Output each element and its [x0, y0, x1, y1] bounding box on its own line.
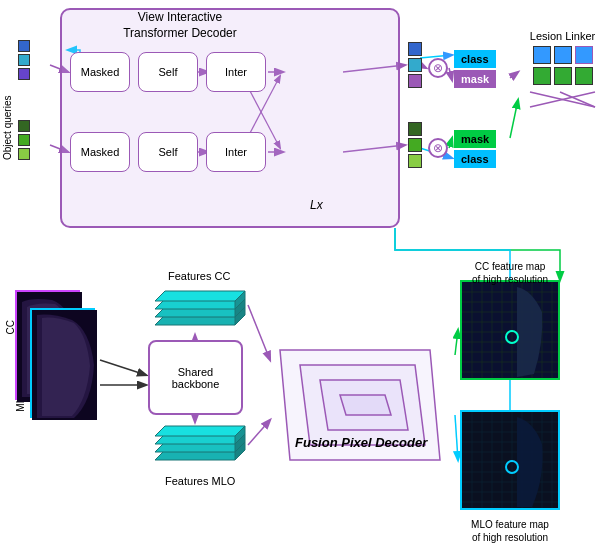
svg-marker-47 — [340, 395, 391, 415]
svg-rect-68 — [462, 412, 558, 508]
obj-queries-label: Object queries — [2, 60, 13, 160]
query-squares-bottom — [18, 120, 30, 160]
query-sq-5 — [18, 134, 30, 146]
query-squares-top — [18, 40, 30, 80]
fusion-decoder-label: Fusion Pixel Decoder — [295, 435, 427, 450]
lg-sq-1 — [533, 46, 551, 64]
lg-sq-5 — [554, 67, 572, 85]
cc-feature-map-title: CC feature mapof high resolution — [455, 260, 565, 286]
mask-label-top: mask — [454, 70, 496, 88]
fmap-mlo-svg — [462, 412, 558, 508]
lx-label: Lx — [310, 198, 323, 212]
out-sq-t1 — [408, 42, 422, 56]
svg-line-24 — [455, 415, 458, 460]
lg-sq-3 — [575, 46, 593, 64]
mammo-mlo-image — [30, 308, 95, 418]
stack-cc-svg — [145, 285, 255, 340]
svg-line-11 — [449, 138, 452, 148]
otimes-bottom: ⊗ — [428, 138, 448, 158]
svg-line-23 — [455, 330, 458, 355]
svg-line-13 — [510, 72, 518, 78]
query-sq-3 — [18, 68, 30, 80]
out-sq-t3 — [408, 74, 422, 88]
stack-mlo — [145, 420, 245, 470]
svg-line-9 — [449, 68, 452, 80]
svg-line-14 — [510, 100, 518, 138]
class-label-bottom: class — [454, 150, 496, 168]
masked-block-top: Masked — [70, 52, 130, 92]
output-col-bottom — [408, 122, 422, 168]
inter-block-top: Inter — [206, 52, 266, 92]
query-sq-1 — [18, 40, 30, 52]
out-sq-b3 — [408, 154, 422, 168]
class-label-top: class — [454, 50, 496, 68]
lg-sq-2 — [554, 46, 572, 64]
mlo-feature-map-title: MLO feature mapof high resolution — [455, 518, 565, 544]
lesion-links-svg — [520, 87, 605, 112]
lg-sq-4 — [533, 67, 551, 85]
mask-label-bottom: mask — [454, 130, 496, 148]
mammo-mlo-svg — [32, 310, 97, 420]
lesion-linker-box: Lesion Linker — [520, 30, 605, 110]
lesion-linker-title: Lesion Linker — [520, 30, 605, 42]
self-block-bottom: Self — [138, 132, 198, 172]
stack-mlo-svg — [145, 420, 255, 475]
lesion-grid — [520, 46, 605, 85]
query-sq-4 — [18, 120, 30, 132]
features-cc-label: Features CC — [168, 270, 230, 282]
feature-map-cc — [460, 280, 560, 380]
diagram-container: View InteractiveTransformer Decoder Obje… — [0, 0, 608, 550]
decoder-row-top: Masked Self Inter — [70, 52, 266, 92]
svg-marker-36 — [155, 291, 245, 301]
query-sq-2 — [18, 54, 30, 66]
feature-map-mlo — [460, 410, 560, 510]
output-col-top — [408, 42, 422, 88]
out-sq-b1 — [408, 122, 422, 136]
fusion-decoder-svg — [270, 340, 450, 470]
svg-line-17 — [100, 360, 146, 375]
inter-block-bottom: Inter — [206, 132, 266, 172]
vit-decoder-title: View InteractiveTransformer Decoder — [80, 10, 280, 41]
lg-sq-6 — [575, 67, 593, 85]
fusion-decoder-box — [270, 340, 450, 470]
masked-block-bottom: Masked — [70, 132, 130, 172]
out-sq-b2 — [408, 138, 422, 152]
fmap-cc-svg — [462, 282, 558, 378]
features-mlo-label: Features MLO — [165, 475, 235, 487]
stack-cc — [145, 285, 245, 335]
shared-backbone-box: Sharedbackbone — [148, 340, 243, 415]
svg-marker-43 — [155, 426, 245, 436]
query-sq-6 — [18, 148, 30, 160]
otimes-top: ⊗ — [428, 58, 448, 78]
decoder-row-bottom: Masked Self Inter — [70, 132, 266, 172]
out-sq-t2 — [408, 58, 422, 72]
svg-rect-48 — [462, 282, 558, 378]
self-block-top: Self — [138, 52, 198, 92]
